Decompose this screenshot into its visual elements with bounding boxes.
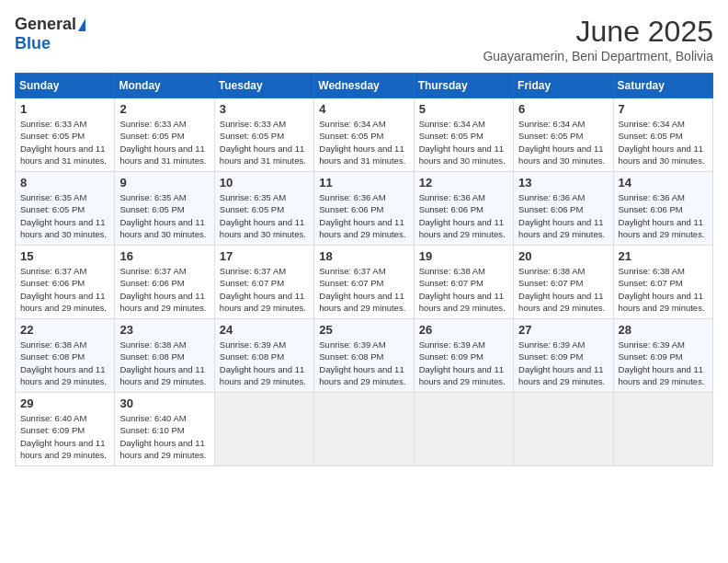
day-number: 21 xyxy=(619,249,708,263)
calendar-cell: 20 Sunrise: 6:38 AM Sunset: 6:07 PM Dayl… xyxy=(514,246,613,319)
day-number: 20 xyxy=(518,249,608,263)
day-number: 30 xyxy=(119,396,209,410)
day-info: Sunrise: 6:38 AM Sunset: 6:08 PM Dayligh… xyxy=(20,339,109,387)
location-subtitle: Guayaramerin, Beni Department, Bolivia xyxy=(483,49,713,63)
calendar-cell: 25 Sunrise: 6:39 AM Sunset: 6:08 PM Dayl… xyxy=(314,319,414,393)
calendar-week-4: 22 Sunrise: 6:38 AM Sunset: 6:08 PM Dayl… xyxy=(16,319,713,393)
calendar-cell: 12 Sunrise: 6:36 AM Sunset: 6:06 PM Dayl… xyxy=(414,172,513,246)
calendar-cell: 26 Sunrise: 6:39 AM Sunset: 6:09 PM Dayl… xyxy=(414,319,513,393)
day-number: 3 xyxy=(220,102,309,116)
day-number: 16 xyxy=(119,249,209,263)
day-info: Sunrise: 6:39 AM Sunset: 6:08 PM Dayligh… xyxy=(220,339,309,387)
day-info: Sunrise: 6:34 AM Sunset: 6:05 PM Dayligh… xyxy=(319,118,408,167)
day-info: Sunrise: 6:37 AM Sunset: 6:07 PM Dayligh… xyxy=(319,265,408,314)
day-number: 9 xyxy=(119,176,209,190)
calendar-cell: 1 Sunrise: 6:33 AM Sunset: 6:05 PM Dayli… xyxy=(16,98,115,172)
calendar-header-tuesday: Tuesday xyxy=(214,74,313,98)
calendar-cell: 11 Sunrise: 6:36 AM Sunset: 6:06 PM Dayl… xyxy=(314,172,414,246)
page-header: General Blue June 2025 Guayaramerin, Ben… xyxy=(15,15,713,63)
day-number: 28 xyxy=(619,323,708,337)
day-info: Sunrise: 6:39 AM Sunset: 6:09 PM Dayligh… xyxy=(619,339,708,387)
logo-blue-text: Blue xyxy=(15,34,51,53)
calendar-week-5: 29 Sunrise: 6:40 AM Sunset: 6:09 PM Dayl… xyxy=(16,393,713,466)
day-number: 29 xyxy=(20,396,109,410)
day-info: Sunrise: 6:38 AM Sunset: 6:07 PM Dayligh… xyxy=(419,265,508,314)
day-number: 19 xyxy=(419,249,508,263)
day-number: 5 xyxy=(419,102,508,116)
calendar-cell: 23 Sunrise: 6:38 AM Sunset: 6:08 PM Dayl… xyxy=(115,319,214,393)
calendar-cell: 14 Sunrise: 6:36 AM Sunset: 6:06 PM Dayl… xyxy=(613,172,712,246)
day-number: 13 xyxy=(518,176,608,190)
day-info: Sunrise: 6:37 AM Sunset: 6:06 PM Dayligh… xyxy=(20,265,109,314)
calendar-cell: 19 Sunrise: 6:38 AM Sunset: 6:07 PM Dayl… xyxy=(414,246,513,319)
day-number: 6 xyxy=(518,102,608,116)
day-number: 7 xyxy=(619,102,708,116)
calendar-cell: 30 Sunrise: 6:40 AM Sunset: 6:10 PM Dayl… xyxy=(115,393,214,466)
day-number: 12 xyxy=(419,176,508,190)
day-info: Sunrise: 6:36 AM Sunset: 6:06 PM Dayligh… xyxy=(419,191,508,240)
calendar-cell xyxy=(414,393,513,466)
calendar-header-thursday: Thursday xyxy=(414,74,513,98)
calendar-cell: 16 Sunrise: 6:37 AM Sunset: 6:06 PM Dayl… xyxy=(115,246,214,319)
calendar-cell: 10 Sunrise: 6:35 AM Sunset: 6:05 PM Dayl… xyxy=(214,172,313,246)
day-number: 17 xyxy=(220,249,309,263)
day-info: Sunrise: 6:35 AM Sunset: 6:05 PM Dayligh… xyxy=(20,191,109,240)
calendar-table: SundayMondayTuesdayWednesdayThursdayFrid… xyxy=(15,73,713,466)
day-number: 22 xyxy=(20,323,109,337)
calendar-header-row: SundayMondayTuesdayWednesdayThursdayFrid… xyxy=(16,74,713,98)
day-info: Sunrise: 6:33 AM Sunset: 6:05 PM Dayligh… xyxy=(20,118,109,167)
calendar-cell: 22 Sunrise: 6:38 AM Sunset: 6:08 PM Dayl… xyxy=(16,319,115,393)
calendar-header-sunday: Sunday xyxy=(16,74,115,98)
day-info: Sunrise: 6:38 AM Sunset: 6:08 PM Dayligh… xyxy=(119,339,209,387)
day-info: Sunrise: 6:36 AM Sunset: 6:06 PM Dayligh… xyxy=(619,191,708,240)
calendar-cell: 15 Sunrise: 6:37 AM Sunset: 6:06 PM Dayl… xyxy=(16,246,115,319)
day-info: Sunrise: 6:33 AM Sunset: 6:05 PM Dayligh… xyxy=(119,118,209,167)
calendar-cell: 7 Sunrise: 6:34 AM Sunset: 6:05 PM Dayli… xyxy=(613,98,712,172)
day-number: 10 xyxy=(220,176,309,190)
calendar-cell: 8 Sunrise: 6:35 AM Sunset: 6:05 PM Dayli… xyxy=(16,172,115,246)
calendar-cell: 24 Sunrise: 6:39 AM Sunset: 6:08 PM Dayl… xyxy=(214,319,313,393)
day-info: Sunrise: 6:34 AM Sunset: 6:05 PM Dayligh… xyxy=(619,118,708,167)
calendar-header-wednesday: Wednesday xyxy=(314,74,414,98)
logo-triangle-icon xyxy=(78,18,85,31)
calendar-cell: 21 Sunrise: 6:38 AM Sunset: 6:07 PM Dayl… xyxy=(613,246,712,319)
day-number: 26 xyxy=(419,323,508,337)
day-number: 23 xyxy=(119,323,209,337)
day-number: 11 xyxy=(319,176,408,190)
day-number: 27 xyxy=(518,323,608,337)
day-info: Sunrise: 6:39 AM Sunset: 6:09 PM Dayligh… xyxy=(518,339,608,387)
day-info: Sunrise: 6:36 AM Sunset: 6:06 PM Dayligh… xyxy=(518,191,608,240)
calendar-cell: 5 Sunrise: 6:34 AM Sunset: 6:05 PM Dayli… xyxy=(414,98,513,172)
day-number: 4 xyxy=(319,102,408,116)
day-info: Sunrise: 6:35 AM Sunset: 6:05 PM Dayligh… xyxy=(119,191,209,240)
calendar-cell: 28 Sunrise: 6:39 AM Sunset: 6:09 PM Dayl… xyxy=(613,319,712,393)
day-info: Sunrise: 6:40 AM Sunset: 6:10 PM Dayligh… xyxy=(119,412,209,461)
calendar-week-3: 15 Sunrise: 6:37 AM Sunset: 6:06 PM Dayl… xyxy=(16,246,713,319)
calendar-cell: 13 Sunrise: 6:36 AM Sunset: 6:06 PM Dayl… xyxy=(514,172,613,246)
calendar-cell: 17 Sunrise: 6:37 AM Sunset: 6:07 PM Dayl… xyxy=(214,246,313,319)
calendar-header-monday: Monday xyxy=(115,74,214,98)
calendar-header-friday: Friday xyxy=(514,74,613,98)
day-number: 2 xyxy=(119,102,209,116)
day-number: 1 xyxy=(20,102,109,116)
day-info: Sunrise: 6:39 AM Sunset: 6:08 PM Dayligh… xyxy=(319,339,408,387)
calendar-cell: 18 Sunrise: 6:37 AM Sunset: 6:07 PM Dayl… xyxy=(314,246,414,319)
calendar-cell: 4 Sunrise: 6:34 AM Sunset: 6:05 PM Dayli… xyxy=(314,98,414,172)
calendar-cell xyxy=(314,393,414,466)
calendar-cell xyxy=(214,393,313,466)
calendar-cell: 9 Sunrise: 6:35 AM Sunset: 6:05 PM Dayli… xyxy=(115,172,214,246)
calendar-cell xyxy=(514,393,613,466)
day-number: 8 xyxy=(20,176,109,190)
title-area: June 2025 Guayaramerin, Beni Department,… xyxy=(483,15,713,63)
day-info: Sunrise: 6:38 AM Sunset: 6:07 PM Dayligh… xyxy=(619,265,708,314)
calendar-cell: 27 Sunrise: 6:39 AM Sunset: 6:09 PM Dayl… xyxy=(514,319,613,393)
calendar-cell xyxy=(613,393,712,466)
day-info: Sunrise: 6:33 AM Sunset: 6:05 PM Dayligh… xyxy=(220,118,309,167)
calendar-cell: 3 Sunrise: 6:33 AM Sunset: 6:05 PM Dayli… xyxy=(214,98,313,172)
day-info: Sunrise: 6:35 AM Sunset: 6:05 PM Dayligh… xyxy=(220,191,309,240)
day-number: 15 xyxy=(20,249,109,263)
calendar-header-saturday: Saturday xyxy=(613,74,712,98)
day-info: Sunrise: 6:37 AM Sunset: 6:06 PM Dayligh… xyxy=(119,265,209,314)
day-number: 14 xyxy=(619,176,708,190)
day-info: Sunrise: 6:34 AM Sunset: 6:05 PM Dayligh… xyxy=(518,118,608,167)
